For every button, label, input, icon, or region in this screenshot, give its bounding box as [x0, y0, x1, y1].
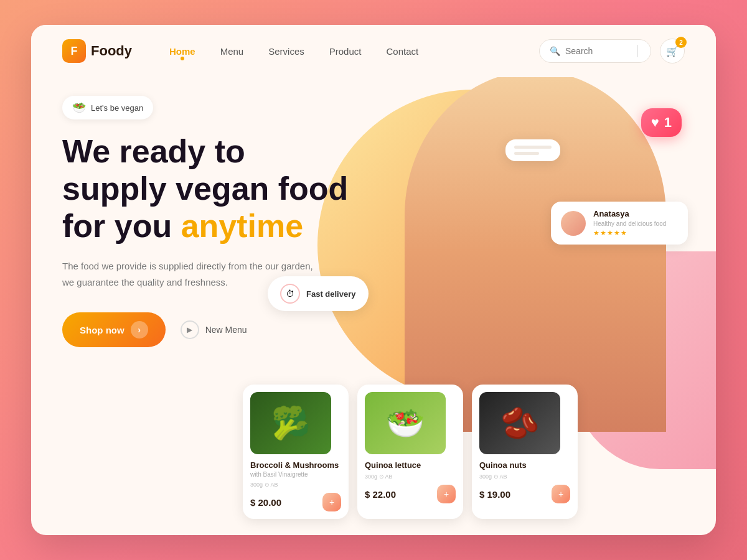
shop-btn-label: Shop now	[80, 325, 125, 335]
delivery-text: Fast delivery	[306, 289, 356, 299]
food-card-sub-0: with Basil Vinaigrette	[250, 471, 341, 478]
plus-icon-0: +	[329, 497, 334, 507]
cart-button[interactable]: 🛒 2	[660, 39, 685, 63]
nav-services[interactable]: Services	[268, 46, 304, 57]
arrow-right-icon: ›	[131, 321, 148, 338]
app-window: F Foody Home Menu Services Product Conta…	[31, 25, 716, 535]
food-emoji-2: 🫘	[500, 405, 539, 441]
search-divider	[637, 45, 638, 57]
headline-highlight: anytime	[181, 208, 304, 244]
food-card-2: 🫘 Quinoa nuts 300g ⊙ AB $ 19.00 +	[472, 385, 578, 519]
nav-menu[interactable]: Menu	[220, 46, 244, 57]
review-info: Anatasya Healthy and delicious food ★★★★…	[593, 209, 666, 237]
search-icon: 🔍	[550, 46, 560, 56]
nav-product[interactable]: Product	[329, 46, 362, 57]
review-name: Anatasya	[593, 209, 666, 218]
vegan-emoji: 🥗	[72, 101, 86, 114]
food-card-bottom-0: $ 20.00 +	[250, 493, 341, 511]
food-card-bottom-1: $ 22.00 +	[365, 485, 456, 503]
nav-home[interactable]: Home	[169, 46, 195, 57]
review-avatar	[561, 211, 586, 236]
food-card-name-2: Quinoa nuts	[479, 460, 570, 470]
plus-icon-1: +	[444, 489, 449, 499]
search-input[interactable]	[565, 46, 630, 56]
food-card-price-2: $ 19.00	[479, 489, 510, 500]
add-cart-button-0[interactable]: +	[322, 493, 341, 511]
add-cart-button-1[interactable]: +	[437, 485, 456, 503]
logo-icon: F	[62, 39, 86, 63]
hero-section: 🥗 Let's be vegan We ready to supply vega…	[31, 77, 716, 531]
review-stars: ★★★★★	[593, 229, 666, 237]
like-count: 1	[664, 114, 672, 131]
hero-headline: We ready to supply vegan food for you an…	[62, 133, 386, 245]
review-subtitle: Healthy and delicious food	[593, 220, 666, 227]
chat-lines	[514, 146, 552, 155]
vegan-badge: 🥗 Let's be vegan	[62, 96, 153, 119]
food-card-name-0: Broccoli & Mushrooms	[250, 460, 341, 470]
cart-badge: 2	[675, 37, 687, 48]
food-card-price-0: $ 20.00	[250, 497, 281, 508]
logo-area: F Foody	[62, 39, 132, 63]
chat-widget	[505, 139, 560, 161]
food-emoji-0: 🥦	[271, 405, 310, 441]
new-menu-button[interactable]: ▶ New Menu	[181, 320, 247, 339]
food-card-bottom-2: $ 19.00 +	[479, 485, 570, 503]
add-cart-button-2[interactable]: +	[552, 485, 570, 503]
navbar: F Foody Home Menu Services Product Conta…	[31, 25, 716, 77]
headline-line3: for you	[62, 208, 172, 244]
play-icon: ▶	[181, 320, 199, 339]
cart-icon: 🛒	[666, 45, 679, 57]
chat-line-1	[514, 146, 552, 149]
food-card-1: 🥗 Quinoa lettuce 300g ⊙ AB $ 22.00 +	[357, 385, 463, 519]
nav-right: 🔍 🛒 2	[539, 39, 685, 63]
review-widget: Anatasya Healthy and delicious food ★★★★…	[551, 202, 688, 245]
food-cards: 🥦 Broccoli & Mushrooms with Basil Vinaig…	[243, 385, 578, 519]
chat-line-2	[514, 152, 539, 155]
new-menu-label: New Menu	[205, 325, 247, 335]
food-card-name-1: Quinoa lettuce	[365, 460, 456, 470]
food-card-price-1: $ 22.00	[365, 489, 396, 500]
nav-contact[interactable]: Contact	[386, 46, 418, 57]
search-bar: 🔍	[539, 39, 651, 63]
delivery-widget: ⏱ Fast delivery	[268, 276, 369, 311]
food-card-image-1: 🥗	[365, 392, 446, 454]
headline-line1: We ready to	[62, 133, 245, 169]
shop-now-button[interactable]: Shop now ›	[62, 312, 166, 347]
logo-letter: F	[71, 45, 78, 58]
plus-icon-2: +	[558, 489, 563, 499]
vegan-badge-text: Let's be vegan	[91, 103, 143, 113]
food-card-0: 🥦 Broccoli & Mushrooms with Basil Vinaig…	[243, 385, 349, 519]
food-emoji-1: 🥗	[386, 405, 425, 441]
nav-links: Home Menu Services Product Contact	[169, 46, 539, 57]
hero-actions: Shop now › ▶ New Menu	[62, 312, 386, 347]
like-widget: ♥ 1	[641, 108, 682, 137]
food-card-meta-2: 300g ⊙ AB	[479, 474, 570, 480]
food-card-image-2: 🫘	[479, 392, 560, 454]
headline-line2: supply vegan food	[62, 170, 348, 207]
food-card-meta-0: 300g ⊙ AB	[250, 482, 341, 488]
logo-text: Foody	[91, 43, 132, 59]
food-card-meta-1: 300g ⊙ AB	[365, 474, 456, 480]
clock-icon: ⏱	[280, 284, 300, 304]
food-card-image-0: 🥦	[250, 392, 331, 454]
heart-icon: ♥	[651, 114, 659, 131]
hero-person-image	[405, 77, 666, 432]
